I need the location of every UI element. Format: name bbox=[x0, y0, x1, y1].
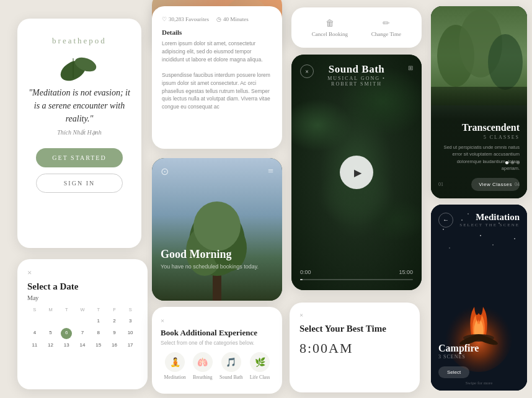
cal-day[interactable]: 4 bbox=[27, 328, 42, 339]
quote-text: "Meditation is not evasion; it is a sere… bbox=[29, 86, 130, 125]
cal-today[interactable]: 6 bbox=[61, 328, 72, 339]
cal-day[interactable]: 10 bbox=[123, 328, 138, 339]
night-sky-svg bbox=[431, 205, 527, 391]
breathepod-card: breathepod "Meditation is not evasion; i… bbox=[17, 19, 141, 248]
cal-day[interactable]: 12 bbox=[43, 340, 58, 351]
sign-in-button[interactable]: SIGN IN bbox=[36, 174, 123, 193]
book-experience-card: × Book Additional Experience Select from… bbox=[152, 307, 282, 394]
progress-fill bbox=[300, 279, 303, 280]
transcendent-body: Sed ut perspiciatis unde omnis natus err… bbox=[438, 144, 520, 172]
cal-header-wed: W bbox=[75, 305, 90, 315]
favourites-count: ♡ 30,283 Favourites bbox=[162, 16, 209, 22]
svg-point-21 bbox=[492, 244, 494, 245]
progress-bar: 0:00 15:00 bbox=[300, 269, 413, 280]
soundbath-close-button[interactable]: × bbox=[300, 64, 314, 78]
cal-day[interactable]: 11 bbox=[27, 340, 42, 351]
dot-3 bbox=[516, 161, 520, 164]
leaf-decoration bbox=[58, 52, 101, 86]
lifeclass-icon: 🌿 bbox=[250, 352, 270, 372]
category-breathing[interactable]: 🫁 Breathing bbox=[193, 352, 213, 380]
select-scene-button[interactable]: Select bbox=[438, 366, 469, 378]
cal-day[interactable]: 13 bbox=[59, 340, 74, 351]
book-categories: 🧘 Meditation 🫁 Breathing 🎵 Sound Bath 🌿 … bbox=[161, 352, 273, 380]
profile-icon[interactable]: ⊙ bbox=[161, 166, 169, 177]
select-time-card: × Select Your Best Time 8:00AM bbox=[290, 303, 420, 392]
cal-header-sat: S bbox=[123, 305, 138, 315]
book-close-button[interactable]: × bbox=[161, 317, 273, 324]
total-time: 15:00 bbox=[399, 269, 413, 275]
calendar-month: May bbox=[27, 294, 138, 301]
calendar-grid: S M T W T F S 1 2 3 4 5 6 7 8 9 10 11 12 bbox=[27, 305, 138, 351]
get-started-button[interactable]: GET STARTED bbox=[36, 148, 123, 167]
category-lifeclass[interactable]: 🌿 Life Class bbox=[250, 352, 270, 380]
slide-end: 04 bbox=[515, 182, 520, 187]
cal-day[interactable]: 8 bbox=[91, 328, 106, 339]
cal-day[interactable]: 3 bbox=[123, 316, 138, 327]
scenes-count: 3 SCENES bbox=[438, 354, 479, 360]
details-card: ♡ 30,283 Favourites ◷ 40 Minutes Details… bbox=[152, 6, 282, 149]
cal-day[interactable]: 2 bbox=[107, 316, 122, 327]
back-button[interactable]: ← bbox=[438, 213, 453, 228]
transcendent-title: Transcendent bbox=[438, 122, 520, 133]
play-button[interactable] bbox=[340, 156, 373, 189]
cal-header-thu: T bbox=[91, 305, 106, 315]
meditation-bg bbox=[431, 205, 527, 391]
transcendent-card: Transcendent 5 CLASSES Sed ut perspiciat… bbox=[431, 6, 527, 198]
meditation-title: Meditation bbox=[459, 212, 520, 223]
cal-day[interactable]: 17 bbox=[123, 340, 138, 351]
cal-day[interactable]: 5 bbox=[43, 328, 58, 339]
change-time-button[interactable]: ✏ Change Time bbox=[371, 18, 401, 37]
transcendent-classes: 5 CLASSES bbox=[438, 135, 520, 140]
svg-point-16 bbox=[480, 235, 481, 236]
cal-day[interactable]: 15 bbox=[91, 340, 106, 351]
meta-row: ♡ 30,283 Favourites ◷ 40 Minutes bbox=[162, 16, 272, 22]
cal-header-sun: S bbox=[27, 305, 42, 315]
category-meditation[interactable]: 🧘 Meditation bbox=[164, 352, 186, 380]
cal-day[interactable]: 16 bbox=[107, 340, 122, 351]
calendar-card: × Select a Date May S M T W T F S 1 2 3 … bbox=[17, 259, 148, 389]
slide-start: 01 bbox=[438, 182, 443, 187]
cal-day[interactable] bbox=[75, 316, 90, 327]
soundbath-icon: 🎵 bbox=[221, 352, 241, 372]
meditation-subtitle: SELECT THE SCENE bbox=[459, 223, 520, 228]
meditation-title-area: Meditation SELECT THE SCENE bbox=[459, 212, 520, 228]
cal-day[interactable]: 7 bbox=[75, 328, 90, 339]
cal-day[interactable]: 9 bbox=[107, 328, 122, 339]
swipe-hint: Swipe for more bbox=[466, 381, 493, 386]
cal-header-tue: T bbox=[59, 305, 74, 315]
cal-day[interactable] bbox=[59, 316, 74, 327]
trash-icon: 🗑 bbox=[326, 19, 334, 29]
calendar-close-button[interactable]: × bbox=[27, 268, 138, 278]
soundbath-header: × Sound Bath MUSICAL GONG • ROBERT SMITH… bbox=[291, 55, 422, 82]
calendar-title: Select a Date bbox=[27, 281, 138, 292]
cal-day[interactable] bbox=[43, 316, 58, 327]
expand-icon[interactable]: ⊞ bbox=[408, 64, 413, 71]
time-close-button[interactable]: × bbox=[299, 311, 410, 319]
soundbath-title-block: Sound Bath MUSICAL GONG • ROBERT SMITH bbox=[324, 63, 389, 87]
dot-1 bbox=[505, 161, 508, 164]
book-subtitle: Select from one of the categories below. bbox=[161, 340, 273, 346]
soundbath-card: × Sound Bath MUSICAL GONG • ROBERT SMITH… bbox=[291, 55, 422, 290]
svg-point-18 bbox=[514, 238, 515, 239]
campfire-name: Campfire bbox=[438, 343, 479, 354]
progress-track[interactable] bbox=[300, 279, 413, 280]
tree-background bbox=[152, 158, 282, 301]
morning-title: Good Morning bbox=[161, 248, 259, 261]
cal-day[interactable] bbox=[27, 316, 42, 327]
campfire-label: Campfire 3 SCENES bbox=[438, 343, 479, 360]
time-value[interactable]: 8:00AM bbox=[299, 340, 410, 356]
cal-day[interactable]: 14 bbox=[75, 340, 90, 351]
soundbath-title: Sound Bath bbox=[324, 63, 389, 76]
cancel-booking-button[interactable]: 🗑 Cancel Booking bbox=[312, 19, 348, 37]
svg-point-14 bbox=[443, 229, 444, 230]
menu-icon[interactable]: ≡ bbox=[268, 166, 273, 177]
morning-subtitle: You have no scheduled bookings today. bbox=[161, 263, 259, 270]
category-soundbath[interactable]: 🎵 Sound Bath bbox=[219, 352, 243, 380]
svg-point-11 bbox=[488, 34, 523, 90]
cal-day[interactable]: 1 bbox=[91, 316, 106, 327]
pencil-icon: ✏ bbox=[383, 18, 390, 29]
tree-svg bbox=[152, 189, 282, 301]
good-morning-card: ⊙ ≡ Good Morning You have no scheduled b… bbox=[152, 158, 282, 301]
duration-info: ◷ 40 Minutes bbox=[216, 16, 249, 22]
slide-numbers: 01 04 bbox=[438, 182, 520, 187]
